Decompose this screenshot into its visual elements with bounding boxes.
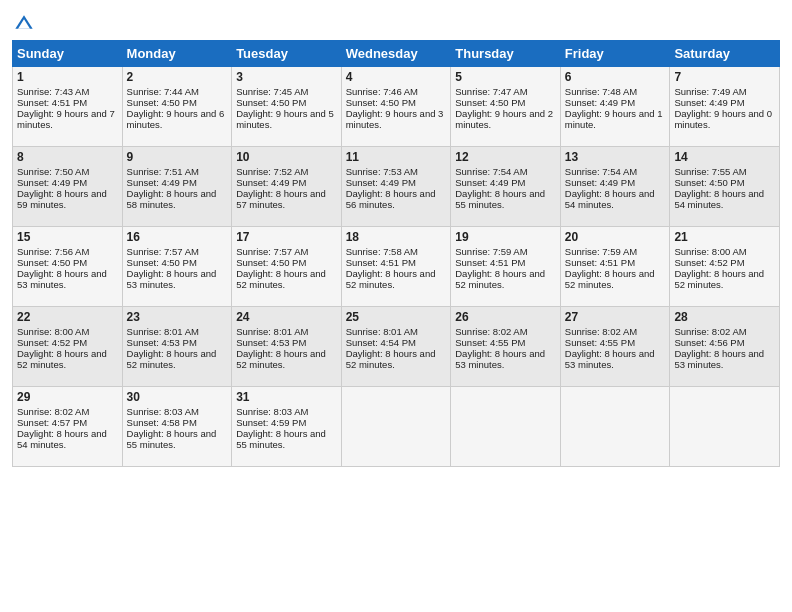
day-num-25: 25 — [346, 310, 447, 324]
week-row-4: 22Sunrise: 8:00 AMSunset: 4:52 PMDayligh… — [13, 307, 780, 387]
daylight-11: Daylight: 8 hours and 56 minutes. — [346, 188, 436, 210]
sunset-22: Sunset: 4:52 PM — [17, 337, 87, 348]
header-sunday: Sunday — [13, 41, 123, 67]
daylight-24: Daylight: 8 hours and 52 minutes. — [236, 348, 326, 370]
week-row-2: 8Sunrise: 7:50 AMSunset: 4:49 PMDaylight… — [13, 147, 780, 227]
sunset-6: Sunset: 4:49 PM — [565, 97, 635, 108]
daylight-23: Daylight: 8 hours and 52 minutes. — [127, 348, 217, 370]
day-num-13: 13 — [565, 150, 666, 164]
header-thursday: Thursday — [451, 41, 561, 67]
sunrise-10: Sunrise: 7:52 AM — [236, 166, 308, 177]
sunrise-21: Sunrise: 8:00 AM — [674, 246, 746, 257]
cell-4-5: 27Sunrise: 8:02 AMSunset: 4:55 PMDayligh… — [560, 307, 670, 387]
page-container: SundayMondayTuesdayWednesdayThursdayFrid… — [0, 0, 792, 475]
daylight-7: Daylight: 9 hours and 0 minutes. — [674, 108, 772, 130]
sunrise-24: Sunrise: 8:01 AM — [236, 326, 308, 337]
cell-3-4: 19Sunrise: 7:59 AMSunset: 4:51 PMDayligh… — [451, 227, 561, 307]
day-num-9: 9 — [127, 150, 228, 164]
day-num-17: 17 — [236, 230, 337, 244]
calendar-table: SundayMondayTuesdayWednesdayThursdayFrid… — [12, 40, 780, 467]
cell-1-1: 2Sunrise: 7:44 AMSunset: 4:50 PMDaylight… — [122, 67, 232, 147]
sunset-26: Sunset: 4:55 PM — [455, 337, 525, 348]
daylight-26: Daylight: 8 hours and 53 minutes. — [455, 348, 545, 370]
cell-3-5: 20Sunrise: 7:59 AMSunset: 4:51 PMDayligh… — [560, 227, 670, 307]
daylight-28: Daylight: 8 hours and 53 minutes. — [674, 348, 764, 370]
daylight-9: Daylight: 8 hours and 58 minutes. — [127, 188, 217, 210]
sunrise-5: Sunrise: 7:47 AM — [455, 86, 527, 97]
sunset-30: Sunset: 4:58 PM — [127, 417, 197, 428]
day-num-23: 23 — [127, 310, 228, 324]
sunrise-8: Sunrise: 7:50 AM — [17, 166, 89, 177]
sunset-25: Sunset: 4:54 PM — [346, 337, 416, 348]
sunset-13: Sunset: 4:49 PM — [565, 177, 635, 188]
day-num-7: 7 — [674, 70, 775, 84]
day-num-18: 18 — [346, 230, 447, 244]
header-monday: Monday — [122, 41, 232, 67]
sunrise-18: Sunrise: 7:58 AM — [346, 246, 418, 257]
daylight-3: Daylight: 9 hours and 5 minutes. — [236, 108, 334, 130]
sunrise-12: Sunrise: 7:54 AM — [455, 166, 527, 177]
cell-5-4 — [451, 387, 561, 467]
logo — [12, 14, 34, 34]
daylight-20: Daylight: 8 hours and 52 minutes. — [565, 268, 655, 290]
week-row-1: 1Sunrise: 7:43 AMSunset: 4:51 PMDaylight… — [13, 67, 780, 147]
cell-2-3: 11Sunrise: 7:53 AMSunset: 4:49 PMDayligh… — [341, 147, 451, 227]
cell-3-1: 16Sunrise: 7:57 AMSunset: 4:50 PMDayligh… — [122, 227, 232, 307]
daylight-5: Daylight: 9 hours and 2 minutes. — [455, 108, 553, 130]
sunrise-2: Sunrise: 7:44 AM — [127, 86, 199, 97]
day-num-22: 22 — [17, 310, 118, 324]
sunset-1: Sunset: 4:51 PM — [17, 97, 87, 108]
cell-5-0: 29Sunrise: 8:02 AMSunset: 4:57 PMDayligh… — [13, 387, 123, 467]
sunset-31: Sunset: 4:59 PM — [236, 417, 306, 428]
day-num-19: 19 — [455, 230, 556, 244]
daylight-6: Daylight: 9 hours and 1 minute. — [565, 108, 663, 130]
day-num-2: 2 — [127, 70, 228, 84]
cell-2-2: 10Sunrise: 7:52 AMSunset: 4:49 PMDayligh… — [232, 147, 342, 227]
daylight-18: Daylight: 8 hours and 52 minutes. — [346, 268, 436, 290]
sunrise-6: Sunrise: 7:48 AM — [565, 86, 637, 97]
day-num-28: 28 — [674, 310, 775, 324]
sunset-5: Sunset: 4:50 PM — [455, 97, 525, 108]
day-num-12: 12 — [455, 150, 556, 164]
day-num-31: 31 — [236, 390, 337, 404]
sunrise-23: Sunrise: 8:01 AM — [127, 326, 199, 337]
cell-3-3: 18Sunrise: 7:58 AMSunset: 4:51 PMDayligh… — [341, 227, 451, 307]
sunrise-30: Sunrise: 8:03 AM — [127, 406, 199, 417]
cell-2-0: 8Sunrise: 7:50 AMSunset: 4:49 PMDaylight… — [13, 147, 123, 227]
daylight-12: Daylight: 8 hours and 55 minutes. — [455, 188, 545, 210]
sunrise-27: Sunrise: 8:02 AM — [565, 326, 637, 337]
day-num-26: 26 — [455, 310, 556, 324]
header — [12, 10, 780, 34]
cell-1-4: 5Sunrise: 7:47 AMSunset: 4:50 PMDaylight… — [451, 67, 561, 147]
sunset-10: Sunset: 4:49 PM — [236, 177, 306, 188]
sunset-11: Sunset: 4:49 PM — [346, 177, 416, 188]
sunset-20: Sunset: 4:51 PM — [565, 257, 635, 268]
cell-2-4: 12Sunrise: 7:54 AMSunset: 4:49 PMDayligh… — [451, 147, 561, 227]
sunset-23: Sunset: 4:53 PM — [127, 337, 197, 348]
day-num-15: 15 — [17, 230, 118, 244]
sunrise-28: Sunrise: 8:02 AM — [674, 326, 746, 337]
daylight-22: Daylight: 8 hours and 52 minutes. — [17, 348, 107, 370]
day-num-14: 14 — [674, 150, 775, 164]
header-wednesday: Wednesday — [341, 41, 451, 67]
daylight-2: Daylight: 9 hours and 6 minutes. — [127, 108, 225, 130]
daylight-31: Daylight: 8 hours and 55 minutes. — [236, 428, 326, 450]
sunset-14: Sunset: 4:50 PM — [674, 177, 744, 188]
sunrise-29: Sunrise: 8:02 AM — [17, 406, 89, 417]
header-friday: Friday — [560, 41, 670, 67]
cell-5-2: 31Sunrise: 8:03 AMSunset: 4:59 PMDayligh… — [232, 387, 342, 467]
cell-2-6: 14Sunrise: 7:55 AMSunset: 4:50 PMDayligh… — [670, 147, 780, 227]
day-num-5: 5 — [455, 70, 556, 84]
logo-icon — [14, 14, 34, 34]
sunset-28: Sunset: 4:56 PM — [674, 337, 744, 348]
cell-1-0: 1Sunrise: 7:43 AMSunset: 4:51 PMDaylight… — [13, 67, 123, 147]
sunset-15: Sunset: 4:50 PM — [17, 257, 87, 268]
daylight-8: Daylight: 8 hours and 59 minutes. — [17, 188, 107, 210]
daylight-19: Daylight: 8 hours and 52 minutes. — [455, 268, 545, 290]
cell-5-1: 30Sunrise: 8:03 AMSunset: 4:58 PMDayligh… — [122, 387, 232, 467]
day-num-8: 8 — [17, 150, 118, 164]
day-num-29: 29 — [17, 390, 118, 404]
daylight-27: Daylight: 8 hours and 53 minutes. — [565, 348, 655, 370]
daylight-15: Daylight: 8 hours and 53 minutes. — [17, 268, 107, 290]
cell-4-0: 22Sunrise: 8:00 AMSunset: 4:52 PMDayligh… — [13, 307, 123, 387]
